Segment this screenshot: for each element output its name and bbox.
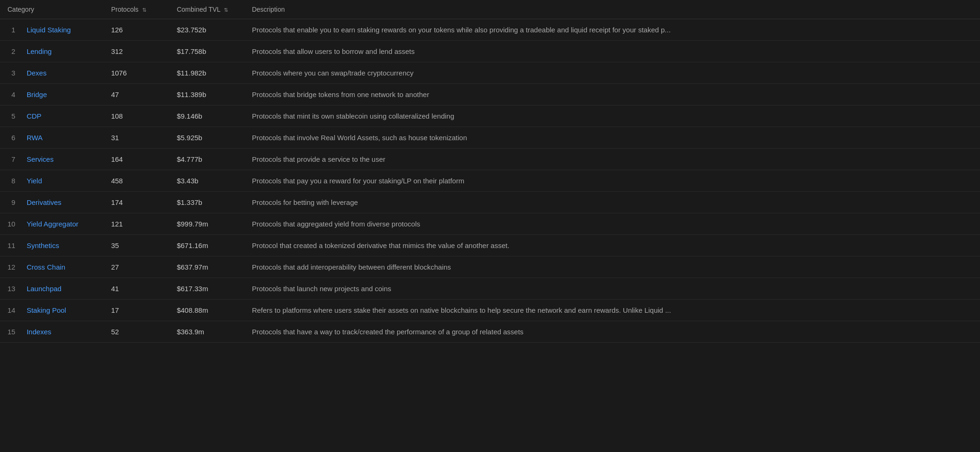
table-row: 14 Staking Pool 17 $408.88m Refers to pl… (0, 300, 980, 321)
row-description: Protocols for betting with leverage (245, 192, 980, 213)
categories-table-container: Category Protocols ⇅ Combined TVL ⇅ Desc… (0, 0, 980, 343)
row-rank: 8 (0, 170, 19, 192)
row-category[interactable]: Yield (19, 170, 104, 192)
row-category[interactable]: Staking Pool (19, 300, 104, 321)
row-protocols: 121 (104, 213, 169, 235)
row-category[interactable]: Liquid Staking (19, 19, 104, 41)
row-tvl: $9.146b (169, 105, 245, 127)
row-rank: 13 (0, 278, 19, 300)
row-category[interactable]: RWA (19, 127, 104, 149)
tvl-sort-icon[interactable]: ⇅ (224, 7, 228, 13)
row-tvl: $617.33m (169, 278, 245, 300)
table-row: 12 Cross Chain 27 $637.97m Protocols tha… (0, 256, 980, 278)
row-rank: 12 (0, 256, 19, 278)
category-link[interactable]: Derivatives (27, 198, 61, 206)
table-row: 11 Synthetics 35 $671.16m Protocol that … (0, 235, 980, 256)
table-row: 7 Services 164 $4.777b Protocols that pr… (0, 149, 980, 170)
row-protocols: 31 (104, 127, 169, 149)
category-link[interactable]: Indexes (27, 328, 52, 336)
row-category[interactable]: Bridge (19, 84, 104, 105)
category-link[interactable]: Staking Pool (27, 306, 66, 314)
table-row: 6 RWA 31 $5.925b Protocols that involve … (0, 127, 980, 149)
category-link[interactable]: Launchpad (27, 285, 61, 293)
row-tvl: $11.389b (169, 84, 245, 105)
row-category[interactable]: Indexes (19, 321, 104, 343)
row-description: Protocols that mint its own stablecoin u… (245, 105, 980, 127)
table-row: 2 Lending 312 $17.758b Protocols that al… (0, 41, 980, 62)
category-link[interactable]: Bridge (27, 90, 47, 98)
row-tvl: $5.925b (169, 127, 245, 149)
category-link[interactable]: Cross Chain (27, 263, 66, 271)
category-link[interactable]: Yield (27, 177, 42, 185)
row-category[interactable]: Synthetics (19, 235, 104, 256)
row-rank: 7 (0, 149, 19, 170)
row-protocols: 47 (104, 84, 169, 105)
row-category[interactable]: Launchpad (19, 278, 104, 300)
row-rank: 9 (0, 192, 19, 213)
row-tvl: $4.777b (169, 149, 245, 170)
row-category[interactable]: Derivatives (19, 192, 104, 213)
row-protocols: 312 (104, 41, 169, 62)
row-category[interactable]: Lending (19, 41, 104, 62)
row-protocols: 41 (104, 278, 169, 300)
row-description: Protocols that involve Real World Assets… (245, 127, 980, 149)
table-row: 10 Yield Aggregator 121 $999.79m Protoco… (0, 213, 980, 235)
row-description: Protocols that pay you a reward for your… (245, 170, 980, 192)
row-rank: 15 (0, 321, 19, 343)
category-link[interactable]: Services (27, 155, 54, 163)
table-row: 15 Indexes 52 $363.9m Protocols that hav… (0, 321, 980, 343)
row-tvl: $1.337b (169, 192, 245, 213)
row-category[interactable]: Yield Aggregator (19, 213, 104, 235)
row-description: Protocols that provide a service to the … (245, 149, 980, 170)
row-description: Protocols that add interoperability betw… (245, 256, 980, 278)
row-category[interactable]: Cross Chain (19, 256, 104, 278)
category-link[interactable]: Dexes (27, 69, 47, 77)
category-link[interactable]: Lending (27, 47, 52, 55)
row-rank: 4 (0, 84, 19, 105)
row-protocols: 108 (104, 105, 169, 127)
row-description: Protocols that have a way to track/creat… (245, 321, 980, 343)
table-row: 1 Liquid Staking 126 $23.752b Protocols … (0, 19, 980, 41)
row-tvl: $999.79m (169, 213, 245, 235)
row-protocols: 458 (104, 170, 169, 192)
table-row: 3 Dexes 1076 $11.982b Protocols where yo… (0, 62, 980, 84)
table-row: 8 Yield 458 $3.43b Protocols that pay yo… (0, 170, 980, 192)
column-header-description: Description (245, 0, 980, 19)
categories-table: Category Protocols ⇅ Combined TVL ⇅ Desc… (0, 0, 980, 343)
column-header-tvl[interactable]: Combined TVL ⇅ (169, 0, 245, 19)
row-tvl: $23.752b (169, 19, 245, 41)
table-header-row: Category Protocols ⇅ Combined TVL ⇅ Desc… (0, 0, 980, 19)
row-rank: 3 (0, 62, 19, 84)
column-header-protocols[interactable]: Protocols ⇅ (104, 0, 169, 19)
row-tvl: $3.43b (169, 170, 245, 192)
row-description: Protocol that created a tokenized deriva… (245, 235, 980, 256)
row-description: Refers to platforms where users stake th… (245, 300, 980, 321)
row-tvl: $637.97m (169, 256, 245, 278)
row-protocols: 164 (104, 149, 169, 170)
table-row: 5 CDP 108 $9.146b Protocols that mint it… (0, 105, 980, 127)
row-protocols: 17 (104, 300, 169, 321)
row-tvl: $671.16m (169, 235, 245, 256)
row-tvl: $363.9m (169, 321, 245, 343)
category-link[interactable]: Yield Aggregator (27, 220, 78, 228)
row-rank: 1 (0, 19, 19, 41)
category-link[interactable]: Liquid Staking (27, 26, 71, 34)
row-category[interactable]: Dexes (19, 62, 104, 84)
row-description: Protocols that enable you to earn stakin… (245, 19, 980, 41)
row-description: Protocols that allow users to borrow and… (245, 41, 980, 62)
protocols-sort-icon[interactable]: ⇅ (142, 7, 146, 13)
row-rank: 2 (0, 41, 19, 62)
row-description: Protocols that bridge tokens from one ne… (245, 84, 980, 105)
row-protocols: 174 (104, 192, 169, 213)
category-link[interactable]: Synthetics (27, 241, 59, 249)
row-description: Protocols that launch new projects and c… (245, 278, 980, 300)
row-category[interactable]: Services (19, 149, 104, 170)
row-protocols: 35 (104, 235, 169, 256)
row-category[interactable]: CDP (19, 105, 104, 127)
category-link[interactable]: CDP (27, 112, 42, 120)
table-row: 4 Bridge 47 $11.389b Protocols that brid… (0, 84, 980, 105)
category-link[interactable]: RWA (27, 134, 43, 142)
table-row: 9 Derivatives 174 $1.337b Protocols for … (0, 192, 980, 213)
row-rank: 14 (0, 300, 19, 321)
row-rank: 6 (0, 127, 19, 149)
